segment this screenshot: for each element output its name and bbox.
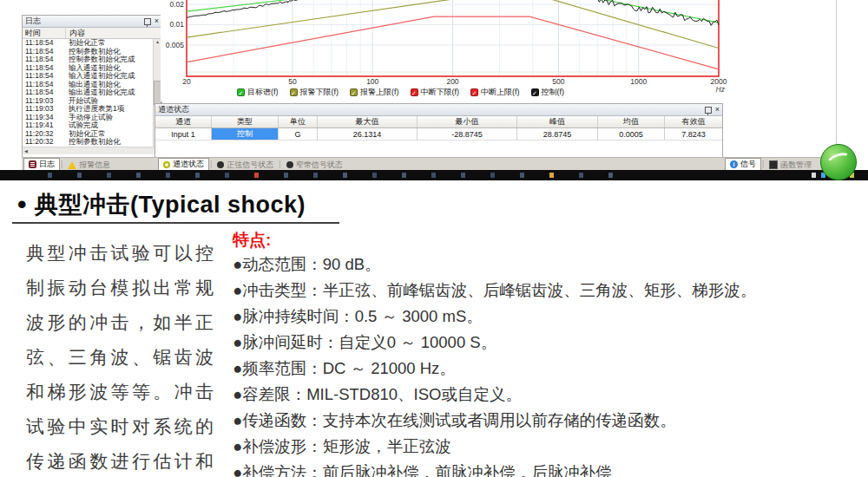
column-header[interactable]: 最大值 <box>318 116 418 127</box>
column-header[interactable]: 有效值 <box>665 116 722 127</box>
legend-item[interactable]: ✓目标谱(f) <box>237 87 279 98</box>
taskbar-app-icon[interactable] <box>77 173 82 178</box>
taskbar-app-icon[interactable] <box>166 173 170 178</box>
tab-alarm-label: 报警信息 <box>79 160 110 171</box>
legend-label: 中断上限(f) <box>481 87 520 98</box>
tab-separator: | <box>762 160 764 168</box>
taskbar-app-icon[interactable] <box>608 173 613 178</box>
scroll-left-icon[interactable]: ◀ <box>24 148 28 154</box>
legend-item[interactable]: ✓控制(f) <box>531 87 565 98</box>
taskbar-app-icon[interactable] <box>549 173 554 178</box>
function-manage-icon <box>769 160 778 169</box>
legend-checkbox-icon[interactable]: ✓ <box>470 88 478 96</box>
log-icon <box>29 160 36 168</box>
taskbar-app-icon[interactable] <box>372 173 377 178</box>
legend-label: 控制(f) <box>542 87 565 98</box>
taskbar-app-icon[interactable] <box>313 173 318 178</box>
paragraph-line: 试验中实时对系统的 <box>26 409 214 444</box>
paragraph-line: 传递函数进行估计和 <box>26 444 214 477</box>
table-cell: 26.1314 <box>318 128 418 140</box>
legend-checkbox-icon[interactable]: ✓ <box>531 88 539 96</box>
tab-signal[interactable]: i 信号 <box>725 158 761 170</box>
channel-panel-titlebar: 通道状态 × <box>155 104 722 116</box>
bullet-icon: • <box>17 196 27 213</box>
legend-item[interactable]: ✓中断下限(f) <box>411 87 460 98</box>
features-block: 特点: ●动态范围：90 dB。●冲击类型：半正弦、前峰锯齿波、后峰锯齿波、三角… <box>233 229 858 477</box>
bottom-tab-strip <box>22 157 836 171</box>
paragraph-line: 和梯形波等等。冲击 <box>26 375 214 409</box>
legend-checkbox-icon[interactable]: ✓ <box>290 88 298 96</box>
tab-separator: | <box>210 160 212 168</box>
legend-label: 报警上限(f) <box>360 87 399 98</box>
heading-underline <box>12 222 339 224</box>
narrowband-signal-icon <box>286 161 293 168</box>
table-cell: 7.8243 <box>665 128 722 140</box>
tab-channel-status[interactable]: 通道状态 <box>158 158 209 170</box>
taskbar-app-icon[interactable] <box>48 173 52 178</box>
column-header[interactable]: 峰值 <box>517 116 598 127</box>
x-tick-label: 200 <box>446 77 458 86</box>
legend-checkbox-icon[interactable]: ✓ <box>350 88 358 96</box>
taskbar-app-icon[interactable] <box>195 173 200 178</box>
legend-label: 中断下限(f) <box>421 87 460 98</box>
channel-status-icon <box>163 161 170 168</box>
taskbar-tray-icon[interactable] <box>812 173 816 178</box>
taskbar-app-icon[interactable] <box>579 173 583 178</box>
legend-item[interactable]: ✓报警下限(f) <box>290 87 339 98</box>
taskbar-app-icon[interactable] <box>461 173 465 178</box>
taskbar-app-icon[interactable] <box>520 173 524 178</box>
legend-label: 报警下限(f) <box>300 87 339 98</box>
table-cell: -28.8745 <box>418 128 517 140</box>
taskbar-app-icon[interactable] <box>225 173 229 178</box>
y-tick-label: 0.02 <box>169 0 184 9</box>
document-section: • 典型冲击(Typical shock) 典型冲击试验可以控制振动台模拟出常规… <box>0 180 868 477</box>
x-tick-label: 1000 <box>630 77 647 86</box>
windows-taskbar[interactable] <box>0 170 868 180</box>
taskbar-app-icon[interactable] <box>490 173 495 178</box>
pin-icon[interactable] <box>144 18 151 25</box>
pin-icon[interactable] <box>705 107 712 114</box>
tab-alarm-info[interactable]: 报警信息 <box>63 160 115 170</box>
warning-icon <box>68 161 76 169</box>
tab-narrowband-signal-status[interactable]: 窄带信号状态 <box>282 160 347 170</box>
column-header[interactable]: 通道 <box>155 116 212 127</box>
taskbar-app-icon[interactable] <box>431 173 436 178</box>
section-heading: • 典型冲击(Typical shock) <box>17 189 306 220</box>
taskbar-app-icon[interactable] <box>136 173 141 178</box>
channel-table-header: 通道类型单位最大值最小值峰值均值有效值 <box>155 116 722 128</box>
tab-function-manage[interactable]: 函数管理 <box>765 160 816 170</box>
log-message: 控制参数初始化完成 <box>65 56 161 64</box>
sine-signal-icon <box>217 161 224 168</box>
paragraph-line: 波形的冲击，如半正 <box>26 305 214 340</box>
tab-separator: | <box>61 160 62 168</box>
close-icon[interactable]: × <box>715 106 720 114</box>
log-panel-title: 日志 <box>25 16 144 27</box>
taskbar-app-icon[interactable] <box>107 173 111 178</box>
legend-checkbox-icon[interactable]: ✓ <box>411 88 418 96</box>
taskbar-app-icon[interactable] <box>343 173 347 178</box>
legend-item[interactable]: ✓报警上限(f) <box>350 87 399 98</box>
log-message: 手动停止试验 <box>65 114 161 122</box>
feature-item: ●脉冲间延时：自定义0 ～ 10000 S。 <box>233 330 858 356</box>
channel-status-panel: 通道状态 × 通道类型单位最大值最小值峰值均值有效值Input 1控制G26.1… <box>155 103 723 159</box>
taskbar-app-icon[interactable] <box>254 173 259 178</box>
taskbar-app-icon[interactable] <box>402 173 406 178</box>
taskbar-app-icon[interactable] <box>284 173 288 178</box>
table-row[interactable]: Input 1控制G26.1314-28.874528.87450.00057.… <box>155 128 722 140</box>
x-tick-label: 20 <box>182 77 191 86</box>
legend-item[interactable]: ✓中断上限(f) <box>470 87 520 98</box>
close-icon[interactable]: × <box>155 17 159 25</box>
column-header[interactable]: 单位 <box>279 116 318 127</box>
column-header[interactable]: 最小值 <box>418 116 517 127</box>
green-ball-logo[interactable] <box>820 144 857 180</box>
log-message: 输出通道初始化完成 <box>65 88 161 97</box>
status-tabbar: 通道状态 | 正弦信号状态 | 窄带信号状态 <box>158 158 347 170</box>
tab-sine-signal-status[interactable]: 正弦信号状态 <box>213 160 278 170</box>
tab-log[interactable]: 日志 <box>23 158 60 170</box>
scroll-up-icon[interactable]: ▲ <box>155 39 160 44</box>
legend-checkbox-icon[interactable]: ✓ <box>237 88 245 96</box>
log-horizontal-scrollbar[interactable]: ◀ ▶ <box>23 147 161 154</box>
column-header[interactable]: 均值 <box>598 116 665 127</box>
column-header[interactable]: 类型 <box>212 116 279 127</box>
log-row[interactable]: 11:20:32控制参数初始化 <box>23 138 161 147</box>
